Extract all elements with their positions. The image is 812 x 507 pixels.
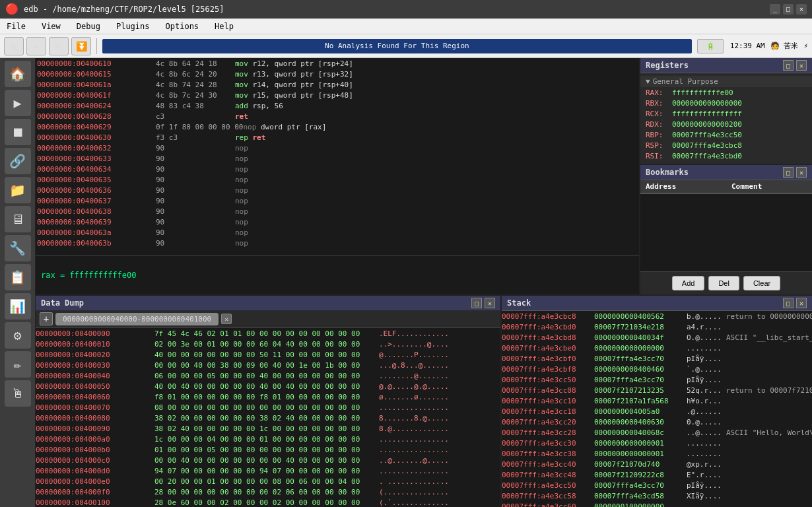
sidebar-attach-icon[interactable]: 🔗 [5, 148, 31, 174]
sidebar-files-icon[interactable]: 📁 [5, 177, 31, 203]
data-dump-tab[interactable]: 00000000000040000-0000000000401000 [55, 313, 219, 325]
stack-row[interactable]: 00007fff:a4e3cbf80000000000400460`.@....… [502, 364, 812, 374]
data-dump-float-icon[interactable]: □ [471, 298, 482, 308]
disasm-row[interactable]: 00000000:0040063490nop [36, 164, 639, 174]
menu-plugins[interactable]: Plugins [112, 20, 154, 32]
step-over-button[interactable]: ⏭ [49, 37, 69, 55]
data-dump-tab-close[interactable]: ✕ [221, 314, 232, 324]
disasm-row[interactable]: 00000000:004006104c 8b 64 24 18mov r12, … [36, 58, 639, 69]
data-dump-content[interactable]: 00000000:004000007f 45 4c 46 02 01 01 00… [36, 328, 500, 507]
stack-close-icon[interactable]: ✕ [796, 298, 807, 308]
menu-options[interactable]: Options [162, 20, 203, 32]
sidebar-wrench-icon[interactable]: ⚙ [5, 322, 31, 349]
sidebar-pencil-icon[interactable]: ✏ [5, 351, 31, 378]
stack-float-icon[interactable]: □ [783, 298, 794, 308]
dump-row[interactable]: 00000000:0040007008 00 00 00 00 00 00 00… [36, 402, 500, 413]
stack-row[interactable]: 00007fff:a4e3cbd000007f721034e218a4.r...… [502, 321, 812, 332]
menu-file[interactable]: File [3, 20, 30, 32]
stack-row[interactable]: 00007fff:a4e3cc1000007f2107a1fa568h¥o.r.… [502, 395, 812, 406]
stack-row[interactable]: 00007fff:a4e3cc28000000000040068c..@....… [502, 427, 812, 438]
dump-row[interactable]: 00000000:0040001002 00 3e 00 01 00 00 00… [36, 339, 500, 349]
menu-debug[interactable]: Debug [73, 20, 104, 32]
disasm-instr: nop [235, 176, 638, 184]
add-bookmark-button[interactable]: Add [672, 276, 705, 290]
dump-row[interactable]: 00000000:004000f028 00 00 00 00 00 00 00… [36, 487, 500, 497]
bookmarks-float-icon[interactable]: □ [783, 167, 794, 178]
disasm-row[interactable]: 00000000:0040063390nop [36, 153, 639, 164]
disasm-row[interactable]: 00000000:0040061a4c 8b 74 24 28mov r14, … [36, 79, 639, 90]
menu-help[interactable]: Help [211, 20, 238, 32]
disasm-row[interactable]: 00000000:00400630f3 c3rep ret [36, 132, 639, 143]
dump-row[interactable]: 00000000:0040004006 00 00 00 05 00 00 00… [36, 370, 500, 381]
disasm-row[interactable]: 00000000:0040063290nop [36, 143, 639, 153]
disassembly-content[interactable]: 00000000:004006104c 8b 64 24 18mov r12, … [36, 58, 639, 255]
stack-row[interactable]: 00007fff:a4e3cc380000000000000001.......… [502, 448, 812, 459]
stack-row[interactable]: 00007fff:a4e3cbd8000000000040034fO.@....… [502, 332, 812, 343]
stack-row[interactable]: 00007fff:a4e3cc5000007fffa4e3cc70pIåÿ...… [502, 480, 812, 490]
stack-row[interactable]: 00007fff:a4e3cc2000000000004006300.@....… [502, 417, 812, 427]
disasm-row[interactable]: 00000000:0040063890nop [36, 206, 639, 217]
stack-row[interactable]: 00007fff:a4e3cc4000007f21070d740@xp.r... [502, 459, 812, 469]
stop-button[interactable]: ⏹ [4, 37, 24, 55]
menu-view[interactable]: View [38, 20, 65, 32]
dump-row[interactable]: 00000000:004000d094 07 00 00 00 00 00 00… [36, 465, 500, 476]
stack-row[interactable]: 00007fff:a4e3cc300000000000000001.......… [502, 438, 812, 448]
stack-row[interactable]: 00007fff:a4e3cbf000007fffa4e3cc70pIåÿ...… [502, 353, 812, 364]
minimize-button[interactable]: _ [770, 4, 780, 15]
disasm-row[interactable]: 00000000:0040063690nop [36, 185, 639, 195]
sidebar-clipboard-icon[interactable]: 📋 [5, 264, 31, 290]
close-button[interactable]: ✕ [796, 4, 807, 15]
sidebar-stop-icon[interactable]: ⏹ [5, 119, 31, 145]
dump-row[interactable]: 00000000:0040005040 00 40 00 00 00 00 00… [36, 381, 500, 391]
sidebar-home-icon[interactable]: 🏠 [5, 61, 31, 87]
data-dump-close-icon[interactable]: ✕ [485, 298, 495, 308]
disasm-row[interactable]: 00000000:004006290f 1f 80 00 00 00 00nop… [36, 121, 639, 132]
stack-content[interactable]: 00007fff:a4e3cbc80000000000400562b.@....… [502, 311, 812, 507]
registers-section-header[interactable]: ▼ General Purpose [640, 76, 812, 87]
clear-bookmark-button[interactable]: Clear [743, 276, 780, 290]
dump-row[interactable]: 00000000:004000c000 00 40 00 00 00 00 00… [36, 455, 500, 465]
sidebar-terminal-icon[interactable]: 🖥 [5, 206, 31, 232]
dump-row[interactable]: 00000000:0040003000 00 00 40 00 38 00 09… [36, 360, 500, 370]
sidebar-tools-icon[interactable]: 🔧 [5, 235, 31, 261]
registers-close-icon[interactable]: ✕ [796, 60, 807, 71]
stack-row[interactable]: 00007fff:a4e3cbe00000000000000000.......… [502, 343, 812, 353]
stack-row[interactable]: 00007fff:a4e3cc0800007f210721323552q.r..… [502, 385, 812, 395]
dump-row[interactable]: 00000000:0040008038 02 00 00 00 00 00 00… [36, 413, 500, 423]
disasm-row[interactable]: 00000000:0040062448 83 c4 38add rsp, 56 [36, 100, 639, 111]
stack-row[interactable]: 00007fff:a4e3cc5000007fffa4e3cc70pIåÿ...… [502, 374, 812, 385]
disasm-row[interactable]: 00000000:00400628c3ret [36, 111, 639, 121]
disasm-row[interactable]: 00000000:004006154c 8b 6c 24 20mov r13, … [36, 69, 639, 79]
dump-row[interactable]: 00000000:0040002040 00 00 00 00 00 00 00… [36, 349, 500, 360]
disasm-row[interactable]: 00000000:0040063990nop [36, 217, 639, 227]
progress-text: No Analysis Found For This Region [325, 42, 469, 50]
sidebar-chart-icon[interactable]: 📊 [5, 293, 31, 320]
dump-row[interactable]: 00000000:004000e000 20 00 00 01 00 00 00… [36, 476, 500, 487]
dump-row[interactable]: 00000000:0040009038 02 40 00 00 00 00 00… [36, 423, 500, 434]
registers-float-icon[interactable]: □ [783, 60, 794, 71]
disasm-row[interactable]: 00000000:0040063a90nop [36, 227, 639, 238]
disasm-row[interactable]: 00000000:0040063590nop [36, 174, 639, 185]
stack-row[interactable]: 00007fff:a4e3cc5800007fffa4e3cd58XIåÿ...… [502, 490, 812, 501]
disasm-row[interactable]: 00000000:0040061f4c 8b 7c 24 30mov r15, … [36, 90, 639, 100]
dump-row[interactable]: 00000000:004000007f 45 4c 46 02 01 01 00… [36, 328, 500, 339]
run-button[interactable]: ▶ [26, 37, 46, 55]
disasm-row[interactable]: 00000000:0040063790nop [36, 195, 639, 206]
dump-row[interactable]: 00000000:00400060f8 01 00 00 00 00 00 00… [36, 391, 500, 402]
dump-row[interactable]: 00000000:0040010028 0e 60 00 00 02 00 00… [36, 497, 500, 507]
dump-row[interactable]: 00000000:004000b001 00 00 00 05 00 00 00… [36, 444, 500, 455]
bookmarks-close-icon[interactable]: ✕ [796, 167, 807, 178]
stack-row[interactable]: 00007fff:a4e3cc600000000100000000.......… [502, 501, 812, 507]
stack-row[interactable]: 00007fff:a4e3cbc80000000000400562b.@....… [502, 311, 812, 321]
sidebar-run-icon[interactable]: ▶ [5, 90, 31, 116]
stack-row[interactable]: 00007fff:a4e3cc4800007f21209222c8E".r...… [502, 469, 812, 480]
disasm-bytes: 90 [156, 154, 235, 163]
del-bookmark-button[interactable]: Del [708, 276, 739, 290]
maximize-button[interactable]: □ [783, 4, 794, 15]
disasm-row[interactable]: 00000000:0040063b90nop [36, 238, 639, 248]
stack-row[interactable]: 00007fff:a4e3cc180000000004005a0.@...... [502, 406, 812, 417]
add-tab-button[interactable]: + [40, 312, 53, 325]
sidebar-udev-icon[interactable]: 🖱 [5, 380, 31, 407]
dump-row[interactable]: 00000000:004000a01c 00 00 00 04 00 00 00… [36, 434, 500, 444]
step-into-button[interactable]: ⏬ [71, 37, 91, 55]
